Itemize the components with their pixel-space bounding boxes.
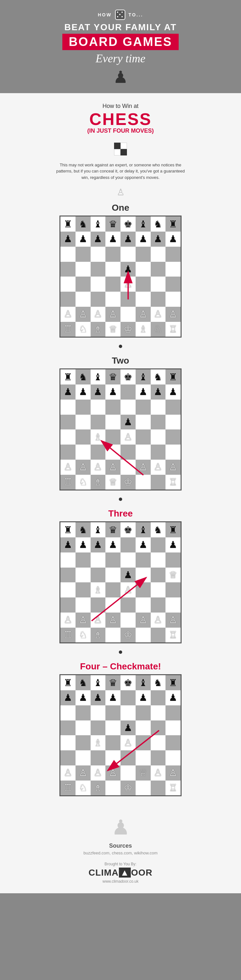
sources-list: buzzfeed.com, chess.com, wikihow.com (13, 851, 228, 855)
board-cell (75, 735, 91, 750)
board-cell: ♜ (166, 522, 180, 538)
board-cell: ♟ (105, 690, 120, 705)
board-cell (120, 292, 136, 307)
board-cell: ♕ (105, 475, 120, 490)
chess-board-one: ♜♞♝♛♚♝♞♜♟♟♟♟♟♟♟♟♟♙♙♙♙♙♙♙♙♖♘♗♕♔♗♘♖ (59, 216, 182, 337)
board-cell: ♟ (75, 232, 91, 247)
board-cell (75, 750, 91, 765)
board-cell (91, 705, 106, 721)
board-cell (61, 735, 75, 750)
board-cell: ♙ (91, 307, 106, 322)
board-cell (151, 262, 166, 277)
board-cell (105, 628, 120, 643)
board-cell (136, 781, 151, 795)
board-cell: ♘ (75, 475, 91, 490)
board-cell: ♙ (120, 277, 136, 292)
board-cell (136, 628, 151, 643)
board-cell: ♔ (120, 475, 136, 490)
board-cell: ♟ (166, 385, 180, 399)
board-cell (91, 721, 106, 735)
board-cell (166, 582, 180, 597)
board-cell (151, 430, 166, 445)
board-cell (91, 552, 106, 568)
board-cell (105, 750, 120, 765)
step-one-label: One (19, 203, 222, 213)
chess-board-three: ♜♞♝♛♚♝♞♜♟♟♟♟♟♟♟♕♗♙♙♙♙♙♙♙♙♖♘♗♔♖ (59, 521, 182, 643)
board-cell (151, 538, 166, 552)
board-cell (120, 552, 136, 568)
board-cell: ♖ (61, 628, 75, 643)
climadoor-logo: CLIMA▲OOR (13, 867, 228, 878)
board-cell (136, 430, 151, 445)
brought-by-label: Brought to You By: (13, 862, 228, 866)
board-cell: ♙ (61, 612, 75, 628)
footer-section: ♟ Sources buzzfeed.com, chess.com, wikih… (0, 809, 241, 893)
footer-bg: ♟ Sources buzzfeed.com, chess.com, wikih… (0, 809, 241, 900)
board-cell: ♟ (61, 385, 75, 399)
mini-chess-board (114, 143, 127, 156)
board-cell (75, 277, 91, 292)
board-cell (166, 735, 180, 750)
board-cell: ♕ (105, 322, 120, 337)
board-cell (166, 552, 180, 568)
board-cell (91, 277, 106, 292)
board-cell: ♟ (91, 690, 106, 705)
board-cell: ♟ (61, 232, 75, 247)
chess-board-four: ♜♞♝♛♚♝♞♜♟♟♟♟♟♟♟♗♙♙♙♙♙♕♙♙♖♘♗♔♖ (59, 674, 182, 796)
beat-title: BEAT YOUR FAMILY AT (6, 22, 235, 32)
board-cell: ♖ (166, 781, 180, 795)
board-cell (151, 781, 166, 795)
board-cell (136, 750, 151, 765)
how-text: HOW (98, 12, 112, 18)
board-cell: ♟ (91, 538, 106, 552)
board-cell: ♟ (105, 232, 120, 247)
board-cell: ♜ (61, 522, 75, 538)
chess-title: CHESS (19, 111, 222, 127)
board-cell: ♟ (61, 690, 75, 705)
board-cell: ♝ (136, 369, 151, 385)
board-cell (61, 721, 75, 735)
board-cell: ♝ (91, 675, 106, 690)
board-cell: ♗ (91, 628, 106, 643)
board-cell: ♙ (166, 612, 180, 628)
board-cell (105, 292, 120, 307)
board-cell (61, 705, 75, 721)
board-cell (91, 750, 106, 765)
board-cell (166, 415, 180, 430)
board-cell (120, 399, 136, 415)
board-cell (75, 552, 91, 568)
board-cell (105, 445, 120, 460)
board-cell (105, 399, 120, 415)
board-cell: ♙ (166, 460, 180, 475)
board-cell: ♜ (166, 675, 180, 690)
board-cell (151, 582, 166, 597)
board-cell: ♜ (61, 216, 75, 232)
board-cell: ♝ (136, 675, 151, 690)
board-cell: ♞ (75, 216, 91, 232)
board-cell (120, 247, 136, 262)
board-cell (166, 750, 180, 765)
board-cell (166, 430, 180, 445)
board-cell: ♙ (105, 612, 120, 628)
board-cell (120, 460, 136, 475)
board-cell (136, 399, 151, 415)
board-cell (151, 415, 166, 430)
main-content: How to Win at CHESS (IN JUST FOUR MOVES)… (0, 93, 241, 810)
board-cell: ♙ (120, 735, 136, 750)
board-cell (136, 582, 151, 597)
board-cell: ♙ (120, 430, 136, 445)
board-cell: ♖ (61, 781, 75, 795)
board-cell (151, 277, 166, 292)
pawn-divider-top: ♙ (117, 187, 124, 197)
board-cell (166, 262, 180, 277)
board-cell: ♟ (120, 568, 136, 583)
board-cell: ♙ (151, 612, 166, 628)
step-three-label: Three (19, 509, 222, 519)
board-cell (105, 552, 120, 568)
board-cell (75, 721, 91, 735)
how-to-line: HOW TO... (6, 10, 235, 20)
board-cell (61, 430, 75, 445)
board-cell (166, 445, 180, 460)
bullet-1: ● (19, 342, 222, 350)
board-cell (91, 415, 106, 430)
